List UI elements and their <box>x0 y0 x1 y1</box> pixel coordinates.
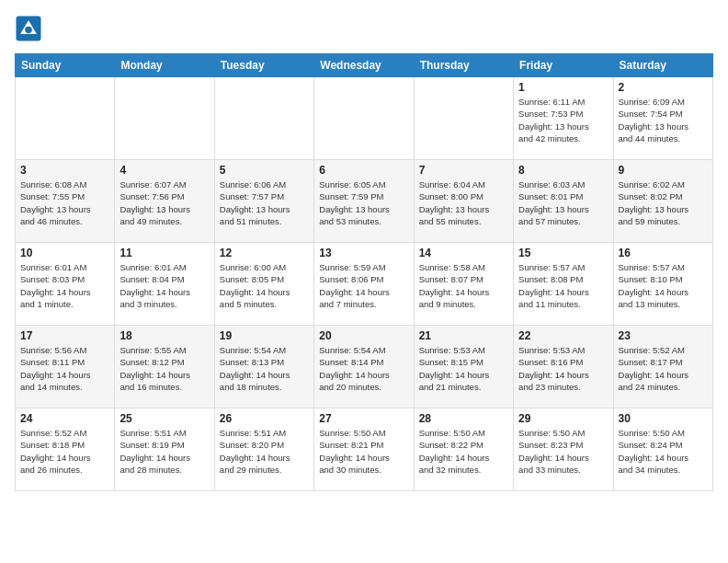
day-info: Sunrise: 5:51 AM Sunset: 8:20 PM Dayligh… <box>220 427 309 476</box>
calendar-week-1: 1Sunrise: 6:11 AM Sunset: 7:53 PM Daylig… <box>16 77 713 160</box>
calendar-cell <box>115 77 214 160</box>
day-info: Sunrise: 6:08 AM Sunset: 7:55 PM Dayligh… <box>20 178 109 227</box>
day-number: 29 <box>518 412 608 425</box>
day-number: 23 <box>619 329 708 342</box>
day-number: 30 <box>619 412 708 425</box>
calendar-cell: 1Sunrise: 6:11 AM Sunset: 7:53 PM Daylig… <box>514 77 613 160</box>
day-number: 25 <box>119 412 209 425</box>
svg-point-2 <box>25 27 32 34</box>
calendar-cell: 4Sunrise: 6:07 AM Sunset: 7:56 PM Daylig… <box>115 160 214 243</box>
day-info: Sunrise: 6:04 AM Sunset: 8:00 PM Dayligh… <box>419 178 508 227</box>
calendar-cell <box>214 77 313 160</box>
calendar-cell: 9Sunrise: 6:02 AM Sunset: 8:02 PM Daylig… <box>613 160 712 243</box>
calendar-body: 1Sunrise: 6:11 AM Sunset: 7:53 PM Daylig… <box>16 77 713 491</box>
day-info: Sunrise: 6:11 AM Sunset: 7:53 PM Dayligh… <box>518 96 608 144</box>
weekday-sunday: Sunday <box>16 54 115 77</box>
day-info: Sunrise: 5:56 AM Sunset: 8:11 PM Dayligh… <box>20 344 109 393</box>
day-number: 20 <box>319 329 408 342</box>
day-info: Sunrise: 6:07 AM Sunset: 7:56 PM Dayligh… <box>119 178 209 227</box>
day-info: Sunrise: 6:00 AM Sunset: 8:05 PM Dayligh… <box>220 261 309 310</box>
day-number: 11 <box>119 247 209 259</box>
day-number: 17 <box>20 329 109 342</box>
calendar-cell: 14Sunrise: 5:58 AM Sunset: 8:07 PM Dayli… <box>414 243 513 326</box>
calendar-cell: 20Sunrise: 5:54 AM Sunset: 8:14 PM Dayli… <box>314 326 414 408</box>
day-number: 8 <box>518 164 608 177</box>
calendar-cell: 27Sunrise: 5:50 AM Sunset: 8:21 PM Dayli… <box>314 408 414 491</box>
day-info: Sunrise: 6:02 AM Sunset: 8:02 PM Dayligh… <box>619 178 708 227</box>
day-info: Sunrise: 6:03 AM Sunset: 8:01 PM Dayligh… <box>518 178 608 227</box>
day-info: Sunrise: 5:50 AM Sunset: 8:21 PM Dayligh… <box>319 427 408 476</box>
calendar-cell: 19Sunrise: 5:54 AM Sunset: 8:13 PM Dayli… <box>214 326 313 408</box>
calendar-cell <box>314 77 414 160</box>
calendar-cell: 6Sunrise: 6:05 AM Sunset: 7:59 PM Daylig… <box>314 160 414 243</box>
calendar-cell: 3Sunrise: 6:08 AM Sunset: 7:55 PM Daylig… <box>16 160 115 243</box>
day-number: 7 <box>419 164 508 177</box>
calendar-cell: 21Sunrise: 5:53 AM Sunset: 8:15 PM Dayli… <box>414 326 513 408</box>
day-info: Sunrise: 6:01 AM Sunset: 8:03 PM Dayligh… <box>20 261 109 310</box>
calendar-week-2: 3Sunrise: 6:08 AM Sunset: 7:55 PM Daylig… <box>16 160 713 243</box>
day-number: 27 <box>319 412 408 425</box>
day-number: 18 <box>119 329 209 342</box>
day-info: Sunrise: 5:58 AM Sunset: 8:07 PM Dayligh… <box>419 261 508 310</box>
day-number: 2 <box>619 81 708 94</box>
weekday-thursday: Thursday <box>414 54 513 77</box>
calendar-cell: 18Sunrise: 5:55 AM Sunset: 8:12 PM Dayli… <box>115 326 214 408</box>
calendar-cell: 12Sunrise: 6:00 AM Sunset: 8:05 PM Dayli… <box>214 243 313 326</box>
page-header <box>15 15 713 42</box>
day-info: Sunrise: 5:55 AM Sunset: 8:12 PM Dayligh… <box>119 344 209 393</box>
day-info: Sunrise: 5:57 AM Sunset: 8:08 PM Dayligh… <box>518 261 608 310</box>
calendar-cell: 24Sunrise: 5:52 AM Sunset: 8:18 PM Dayli… <box>16 408 115 491</box>
calendar-cell: 11Sunrise: 6:01 AM Sunset: 8:04 PM Dayli… <box>115 243 214 326</box>
day-info: Sunrise: 5:57 AM Sunset: 8:10 PM Dayligh… <box>619 261 708 310</box>
day-info: Sunrise: 5:53 AM Sunset: 8:15 PM Dayligh… <box>419 344 508 393</box>
day-info: Sunrise: 6:01 AM Sunset: 8:04 PM Dayligh… <box>119 261 209 310</box>
day-number: 12 <box>220 247 309 259</box>
weekday-tuesday: Tuesday <box>214 54 313 77</box>
day-info: Sunrise: 5:53 AM Sunset: 8:16 PM Dayligh… <box>518 344 608 393</box>
calendar-cell: 7Sunrise: 6:04 AM Sunset: 8:00 PM Daylig… <box>414 160 513 243</box>
day-number: 14 <box>419 247 508 259</box>
calendar-cell: 29Sunrise: 5:50 AM Sunset: 8:23 PM Dayli… <box>514 408 613 491</box>
day-number: 26 <box>220 412 309 425</box>
day-info: Sunrise: 5:54 AM Sunset: 8:14 PM Dayligh… <box>319 344 408 393</box>
weekday-monday: Monday <box>115 54 214 77</box>
calendar-cell <box>16 77 115 160</box>
weekday-wednesday: Wednesday <box>314 54 414 77</box>
day-info: Sunrise: 5:54 AM Sunset: 8:13 PM Dayligh… <box>220 344 309 393</box>
calendar-cell: 30Sunrise: 5:50 AM Sunset: 8:24 PM Dayli… <box>613 408 712 491</box>
day-number: 1 <box>518 81 608 94</box>
day-number: 3 <box>20 164 109 177</box>
day-number: 28 <box>419 412 508 425</box>
calendar-cell: 26Sunrise: 5:51 AM Sunset: 8:20 PM Dayli… <box>214 408 313 491</box>
calendar-week-4: 17Sunrise: 5:56 AM Sunset: 8:11 PM Dayli… <box>16 326 713 408</box>
day-number: 24 <box>20 412 109 425</box>
weekday-saturday: Saturday <box>613 54 712 77</box>
calendar-cell: 17Sunrise: 5:56 AM Sunset: 8:11 PM Dayli… <box>16 326 115 408</box>
calendar-cell <box>414 77 513 160</box>
calendar-cell: 5Sunrise: 6:06 AM Sunset: 7:57 PM Daylig… <box>214 160 313 243</box>
calendar-week-3: 10Sunrise: 6:01 AM Sunset: 8:03 PM Dayli… <box>16 243 713 326</box>
day-info: Sunrise: 6:09 AM Sunset: 7:54 PM Dayligh… <box>619 96 708 144</box>
calendar-cell: 16Sunrise: 5:57 AM Sunset: 8:10 PM Dayli… <box>613 243 712 326</box>
weekday-header-row: SundayMondayTuesdayWednesdayThursdayFrid… <box>16 54 713 77</box>
day-info: Sunrise: 5:50 AM Sunset: 8:22 PM Dayligh… <box>419 427 508 476</box>
day-info: Sunrise: 5:52 AM Sunset: 8:17 PM Dayligh… <box>619 344 708 393</box>
day-info: Sunrise: 5:50 AM Sunset: 8:23 PM Dayligh… <box>518 427 608 476</box>
day-number: 10 <box>20 247 109 259</box>
day-number: 6 <box>319 164 408 177</box>
day-info: Sunrise: 5:52 AM Sunset: 8:18 PM Dayligh… <box>20 427 109 476</box>
calendar-cell: 23Sunrise: 5:52 AM Sunset: 8:17 PM Dayli… <box>613 326 712 408</box>
calendar-week-5: 24Sunrise: 5:52 AM Sunset: 8:18 PM Dayli… <box>16 408 713 491</box>
calendar-cell: 10Sunrise: 6:01 AM Sunset: 8:03 PM Dayli… <box>16 243 115 326</box>
day-number: 21 <box>419 329 508 342</box>
day-number: 15 <box>518 247 608 259</box>
day-info: Sunrise: 5:51 AM Sunset: 8:19 PM Dayligh… <box>119 427 209 476</box>
day-number: 5 <box>220 164 309 177</box>
day-number: 9 <box>619 164 708 177</box>
day-info: Sunrise: 6:05 AM Sunset: 7:59 PM Dayligh… <box>319 178 408 227</box>
day-number: 13 <box>319 247 408 259</box>
calendar-cell: 2Sunrise: 6:09 AM Sunset: 7:54 PM Daylig… <box>613 77 712 160</box>
day-number: 4 <box>119 164 209 177</box>
calendar-cell: 8Sunrise: 6:03 AM Sunset: 8:01 PM Daylig… <box>514 160 613 243</box>
day-info: Sunrise: 5:59 AM Sunset: 8:06 PM Dayligh… <box>319 261 408 310</box>
